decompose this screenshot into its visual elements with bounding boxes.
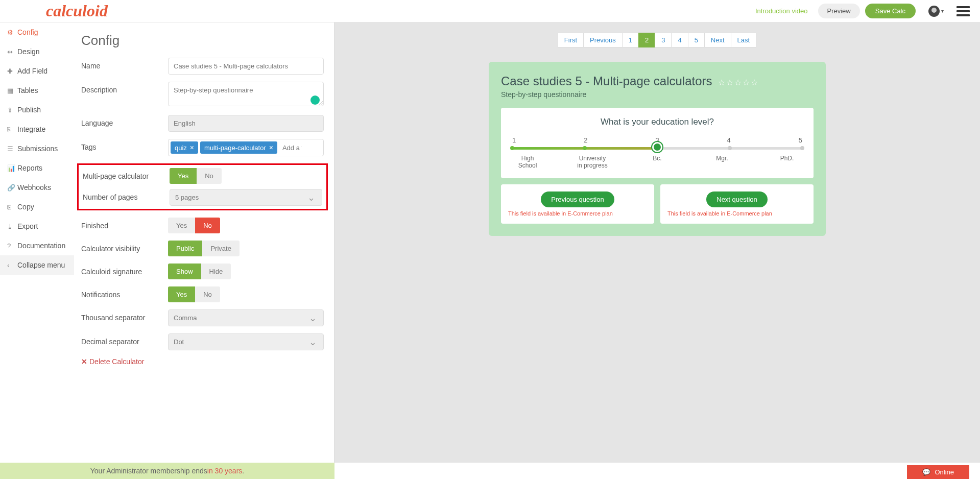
footer-period: . — [242, 467, 244, 475]
sidebar-item-export[interactable]: ⤓Export — [0, 217, 74, 236]
page-5[interactable]: 5 — [688, 33, 705, 47]
header-bar: calculoid Introduction video Preview Sav… — [0, 0, 980, 22]
page-3[interactable]: 3 — [655, 33, 672, 47]
question-card: What is your education level? 1 2 3 4 5 — [501, 108, 814, 178]
sidebar-item-tables[interactable]: ▦Tables — [0, 81, 74, 100]
signature-hide-button[interactable]: Hide — [201, 264, 231, 279]
label-numpages: Number of pages — [83, 189, 170, 201]
footer-highlight: in 30 years — [207, 467, 242, 475]
copy-icon: ⎘ — [7, 203, 17, 211]
label-language: Language — [81, 115, 168, 127]
page-previous[interactable]: Previous — [583, 33, 623, 47]
multipage-yes-button[interactable]: Yes — [170, 168, 197, 184]
label-tags: Tags — [81, 139, 168, 151]
sidebar-item-label: Add Field — [17, 67, 47, 75]
thousand-select[interactable]: Comma — [168, 309, 324, 326]
label-visibility: Calculator visibility — [81, 241, 168, 253]
star-icon: ☆ — [718, 78, 725, 87]
integrate-icon: ⎘ — [7, 126, 17, 133]
caret-down-icon: ▾ — [941, 8, 944, 14]
online-chat-button[interactable]: 💬 Online — [906, 465, 970, 479]
slider-thumb[interactable] — [652, 142, 662, 152]
rating-stars[interactable]: ☆☆☆☆☆ — [718, 78, 758, 87]
page-first[interactable]: First — [558, 33, 584, 47]
tag-container[interactable]: quiz× multi-page-calculator× — [168, 139, 324, 156]
visibility-private-button[interactable]: Private — [202, 241, 239, 256]
sidebar-item-collapse[interactable]: ‹Collapse menu — [0, 255, 74, 275]
preview-button[interactable]: Preview — [818, 4, 860, 18]
language-input[interactable] — [168, 115, 324, 132]
sidebar-item-add-field[interactable]: ✚Add Field — [0, 61, 74, 81]
label-decimal: Decimal separator — [81, 333, 168, 346]
calc-title: Case studies 5 - Multi-page calculators — [501, 74, 712, 88]
sidebar-item-label: Collapse menu — [17, 261, 65, 269]
page-next[interactable]: Next — [704, 33, 731, 47]
sidebar-item-label: Documentation — [17, 242, 65, 250]
tag-quiz: quiz× — [171, 141, 198, 154]
slider-dot — [510, 146, 514, 150]
label-thousand: Thousand separator — [81, 309, 168, 322]
sidebar-item-config[interactable]: ⚙Config — [0, 22, 74, 42]
sidebar-item-label: Submissions — [17, 145, 58, 153]
tag-remove-icon[interactable]: × — [190, 143, 194, 152]
delete-calculator-link[interactable]: ✕Delete Calculator — [81, 357, 144, 366]
previous-question-button[interactable]: Previous question — [541, 191, 614, 207]
user-menu[interactable]: ▾ — [928, 6, 944, 17]
save-calc-button[interactable]: Save Calc — [865, 4, 916, 18]
sidebar-item-reports[interactable]: 📊Reports — [0, 158, 74, 178]
sidebar-item-integrate[interactable]: ⎘Integrate — [0, 119, 74, 139]
intro-video-link[interactable]: Introduction video — [755, 7, 808, 15]
slider-dot — [583, 146, 587, 150]
sidebar-item-webhooks[interactable]: 🔗Webhooks — [0, 178, 74, 197]
tag-remove-icon[interactable]: × — [269, 143, 273, 152]
name-input[interactable] — [168, 58, 324, 75]
footer-text: Your Administrator membership ends — [90, 467, 207, 475]
page-last[interactable]: Last — [731, 33, 757, 47]
numpages-select[interactable]: 5 pages — [170, 189, 322, 206]
next-question-button[interactable]: Next question — [706, 191, 768, 207]
footer-bar: Your Administrator membership ends in 30… — [0, 463, 334, 479]
hamburger-menu-icon[interactable] — [957, 4, 970, 18]
pagination: First Previous 1 2 3 4 5 Next Last — [345, 33, 970, 47]
chat-icon: 💬 — [922, 468, 930, 476]
tag-multipage: multi-page-calculator× — [200, 141, 277, 154]
notifications-no-button[interactable]: No — [195, 286, 220, 302]
next-question-card: Next question This field is available in… — [660, 184, 814, 224]
question-title: What is your education level? — [511, 117, 803, 127]
sidebar-item-design[interactable]: ⇹Design — [0, 42, 74, 61]
sidebar-item-documentation[interactable]: ?Documentation — [0, 236, 74, 255]
avatar-icon — [928, 6, 940, 17]
sidebar-item-label: Tables — [17, 86, 38, 94]
gear-icon: ⚙ — [7, 29, 17, 36]
multipage-no-button[interactable]: No — [197, 168, 222, 184]
decimal-select[interactable]: Dot — [168, 333, 324, 350]
sidebar-item-submissions[interactable]: ☰Submissions — [0, 139, 74, 158]
slider-tick-label: 2 — [584, 136, 587, 144]
sidebar-item-publish[interactable]: ⇪Publish — [0, 100, 74, 119]
slider-tick-label: 1 — [512, 136, 516, 144]
label-finished: Finished — [81, 218, 168, 230]
page-2[interactable]: 2 — [638, 33, 655, 47]
sidebar-item-label: Webhooks — [17, 183, 51, 191]
notifications-yes-button[interactable]: Yes — [168, 286, 195, 302]
sidebar-item-copy[interactable]: ⎘Copy — [0, 197, 74, 217]
finished-no-button[interactable]: No — [195, 218, 220, 233]
visibility-public-button[interactable]: Public — [168, 241, 202, 256]
tag-add-input[interactable] — [279, 142, 305, 154]
config-panel: Config Name Description Language Tags qu… — [74, 22, 334, 463]
education-slider[interactable]: 1 2 3 4 5 High Sch — [511, 136, 803, 169]
chevron-left-icon: ‹ — [7, 261, 17, 269]
star-icon: ☆ — [751, 78, 758, 87]
design-icon: ⇹ — [7, 48, 17, 56]
description-input[interactable] — [168, 82, 324, 106]
logo[interactable]: calculoid — [46, 2, 108, 20]
page-1[interactable]: 1 — [622, 33, 639, 47]
label-notifications: Notifications — [81, 286, 168, 299]
sidebar-item-label: Export — [17, 222, 38, 230]
slider-tick-label: 4 — [727, 136, 731, 144]
finished-yes-button[interactable]: Yes — [168, 218, 195, 233]
page-4[interactable]: 4 — [671, 33, 688, 47]
sidebar-item-label: Integrate — [17, 125, 45, 133]
sidebar-item-label: Publish — [17, 106, 41, 114]
signature-show-button[interactable]: Show — [168, 264, 201, 279]
